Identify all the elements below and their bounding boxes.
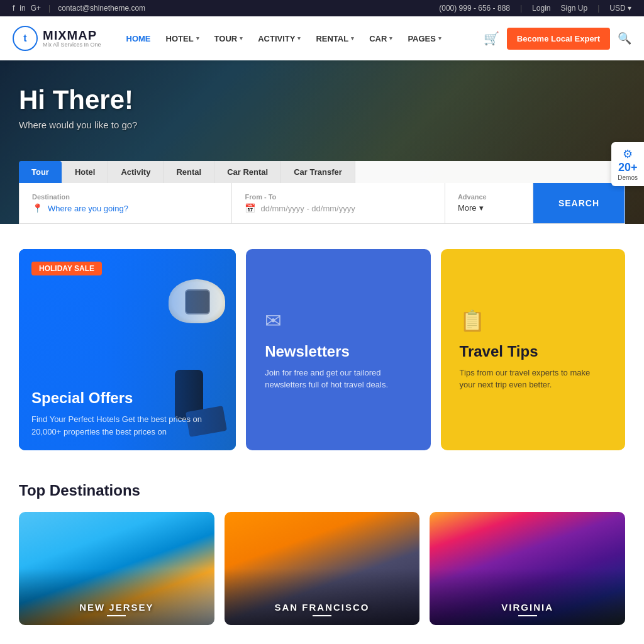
- destinations-section: Top Destinations NEW JERSEY SAN FRANCISC…: [0, 469, 644, 644]
- cards-section: HOLIDAY SALE Special Offers Find Your Pe…: [0, 224, 644, 469]
- advance-label: Advance: [458, 193, 520, 201]
- newsletter-icon: ✉: [265, 309, 411, 333]
- contact-email: contact@shinetheme.com: [58, 4, 145, 13]
- newsletters-card[interactable]: ✉ Newsletters Join for free and get our …: [246, 249, 430, 450]
- main-nav: t MIXMAP Mix All Services In One HOME HO…: [0, 16, 644, 60]
- googleplus-icon[interactable]: G+: [31, 4, 41, 13]
- nav-activity[interactable]: ACTIVITY ▾: [252, 29, 307, 48]
- destinations-title: Top Destinations: [19, 482, 625, 499]
- hero-heading: Hi There!: [19, 86, 625, 114]
- divider: |: [48, 4, 50, 13]
- demos-badge[interactable]: ⚙ 20+ Demos: [611, 142, 644, 186]
- tab-hotel[interactable]: Hotel: [62, 161, 109, 183]
- travel-tips-title: Travel Tips: [460, 343, 606, 360]
- nav-rental[interactable]: RENTAL ▾: [309, 29, 360, 48]
- destination-input-wrap: 📍 Where are you going?: [32, 203, 219, 213]
- phone-number: (000) 999 - 656 - 888: [439, 4, 510, 13]
- nav-tour[interactable]: TOUR ▾: [208, 29, 250, 48]
- signup-link[interactable]: Sign Up: [560, 4, 587, 13]
- nj-name: NEW JERSEY: [19, 602, 214, 613]
- sf-underline: [313, 615, 331, 616]
- hero-section: Hi There! Where would you like to go? ⚙ …: [0, 60, 644, 224]
- nav-pages[interactable]: PAGES ▾: [401, 29, 448, 48]
- newsletters-title: Newsletters: [265, 343, 411, 360]
- social-icons: f in G+: [13, 4, 41, 13]
- special-offers-content: Special Offers Find Your Perfect Hotels …: [19, 249, 236, 450]
- currency-selector[interactable]: USD ▾: [609, 4, 631, 13]
- va-name: VIRGINIA: [430, 602, 625, 613]
- tab-activity[interactable]: Activity: [108, 161, 164, 183]
- travel-tips-icon: 📋: [460, 309, 606, 333]
- top-bar-left: f in G+ | contact@shinetheme.com: [13, 4, 145, 13]
- special-offers-title: Special Offers: [31, 389, 223, 407]
- brand-name: MIXMAP: [43, 28, 101, 42]
- date-input-wrap: 📅 dd/mm/yyyy - dd/mm/yyyy: [245, 203, 431, 213]
- top-bar-right: (000) 999 - 656 - 888 | Login Sign Up | …: [439, 4, 631, 13]
- top-bar: f in G+ | contact@shinetheme.com (000) 9…: [0, 0, 644, 16]
- destination-virginia[interactable]: VIRGINIA: [430, 512, 625, 625]
- destination-field[interactable]: Destination 📍 Where are you going?: [19, 183, 232, 223]
- tab-rental[interactable]: Rental: [164, 161, 214, 183]
- sf-name: SAN FRANCISCO: [225, 602, 420, 613]
- brand-tagline: Mix All Services In One: [43, 42, 101, 48]
- destinations-grid: NEW JERSEY SAN FRANCISCO VIRGINIA: [19, 512, 625, 625]
- special-offers-desc: Find Your Perfect Hotels Get the best pr…: [31, 413, 223, 438]
- hero-subheading: Where would you like to go?: [19, 119, 625, 130]
- date-label: From - To: [245, 193, 431, 201]
- nav-links: HOME HOTEL ▾ TOUR ▾ ACTIVITY ▾ RENTAL ▾ …: [120, 29, 484, 48]
- nav-car[interactable]: CAR ▾: [363, 29, 399, 48]
- holiday-badge: HOLIDAY SALE: [31, 262, 102, 275]
- logo-icon: t: [13, 26, 38, 51]
- hero-content: Hi There! Where would you like to go?: [19, 86, 625, 130]
- nj-underline: [107, 615, 126, 616]
- nav-home[interactable]: HOME: [120, 29, 157, 48]
- special-offers-card[interactable]: HOLIDAY SALE Special Offers Find Your Pe…: [19, 249, 236, 450]
- logo[interactable]: t MIXMAP Mix All Services In One: [13, 26, 101, 51]
- travel-tips-desc: Tips from our travel experts to make you…: [460, 367, 606, 391]
- destination-san-francisco[interactable]: SAN FRANCISCO: [225, 512, 420, 625]
- nav-hotel[interactable]: HOTEL ▾: [160, 29, 206, 48]
- date-field[interactable]: From - To 📅 dd/mm/yyyy - dd/mm/yyyy: [232, 183, 445, 223]
- search-section: Tour Hotel Activity Rental Car Rental Ca…: [19, 161, 625, 224]
- destination-label: Destination: [32, 193, 219, 201]
- calendar-icon: 📅: [245, 203, 255, 213]
- linkedin-icon[interactable]: in: [19, 4, 25, 13]
- cart-icon[interactable]: 🛒: [484, 31, 499, 46]
- demos-label: Demos: [618, 174, 638, 181]
- nav-right: 🛒 Become Local Expert 🔍: [484, 28, 631, 50]
- login-link[interactable]: Login: [532, 4, 550, 13]
- tab-car-transfer[interactable]: Car Transfer: [281, 161, 355, 183]
- travel-tips-card[interactable]: 📋 Travel Tips Tips from our travel exper…: [441, 249, 625, 450]
- search-button[interactable]: SEARCH: [533, 183, 625, 223]
- gear-icon: ⚙: [618, 147, 638, 161]
- facebook-icon[interactable]: f: [13, 4, 14, 13]
- advance-more[interactable]: More ▾: [458, 203, 520, 213]
- va-underline: [518, 615, 537, 616]
- demos-count: 20+: [618, 161, 638, 174]
- search-bar: Destination 📍 Where are you going? From …: [19, 183, 625, 224]
- search-tabs: Tour Hotel Activity Rental Car Rental Ca…: [19, 161, 625, 183]
- logo-text: MIXMAP Mix All Services In One: [43, 28, 101, 48]
- location-icon: 📍: [32, 203, 43, 213]
- newsletters-desc: Join for free and get our tailored newsl…: [265, 367, 411, 391]
- destination-value: Where are you going?: [48, 204, 128, 213]
- destination-new-jersey[interactable]: NEW JERSEY: [19, 512, 214, 625]
- cta-button[interactable]: Become Local Expert: [507, 28, 610, 50]
- tab-car-rental[interactable]: Car Rental: [214, 161, 281, 183]
- tab-tour[interactable]: Tour: [19, 161, 62, 183]
- date-value: dd/mm/yyyy - dd/mm/yyyy: [260, 204, 355, 213]
- search-icon[interactable]: 🔍: [618, 31, 631, 45]
- advance-field: Advance More ▾: [445, 183, 533, 223]
